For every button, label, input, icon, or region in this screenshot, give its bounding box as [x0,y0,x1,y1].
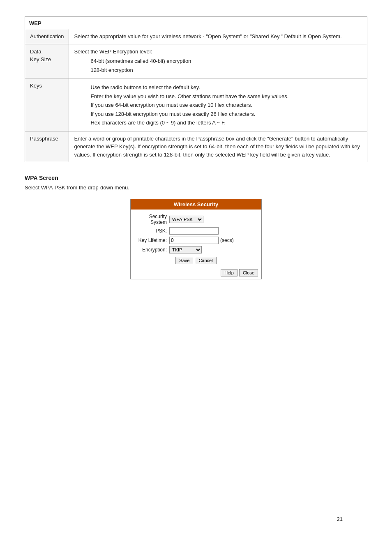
wpa-section: WPA Screen Select WPA-PSK from the drop-… [25,175,367,191]
help-close-buttons: Help Close [131,267,261,279]
keys-item-4: If you use 128-bit encryption you must u… [90,110,362,118]
help-button[interactable]: Help [221,269,238,276]
wpa-widget: Wireless Security Security System WPA-PS… [130,199,262,279]
psk-row: PSK: [136,227,256,235]
cancel-button[interactable]: Cancel [195,257,216,264]
wpa-widget-body: Security System WPA-PSK WEP WPA2-PSK PSK… [131,210,261,267]
data-keysize-content: Select the WEP Encryption level: 64-bit … [69,44,367,78]
keysize-64bit: 64-bit (sometimes called 40-bit) encrypt… [90,57,362,65]
security-system-label: Security System [136,214,169,225]
wep-table: WEP Authentication Select the appropriat… [25,16,367,162]
psk-label: PSK: [136,228,169,234]
keysize-128bit: 128-bit encryption [90,66,362,74]
table-row: DataKey Size Select the WEP Encryption l… [25,44,367,78]
psk-input[interactable] [169,227,219,235]
key-lifetime-label: Key Lifetime: [136,237,169,243]
keys-item-1: Use the radio buttons to select the defa… [90,83,362,92]
secs-label: (secs) [220,237,234,243]
keysize-intro: Select the WEP Encryption level: [74,48,362,56]
security-system-row: Security System WPA-PSK WEP WPA2-PSK [136,214,256,225]
wpa-widget-header: Wireless Security [131,199,261,210]
authentication-label: Authentication [25,29,69,44]
passphrase-content: Enter a word or group of printable chara… [69,131,367,162]
save-cancel-buttons: Save Cancel [136,257,256,264]
key-lifetime-input[interactable] [169,237,219,244]
data-keysize-label: DataKey Size [25,44,69,78]
table-row: Passphrase Enter a word or group of prin… [25,131,367,162]
key-lifetime-row: Key Lifetime: (secs) [136,237,256,244]
keys-item-2: Enter the key value you wish to use. Oth… [90,92,362,101]
wep-caption: WEP [25,16,367,29]
keys-item-3: If you use 64-bit encryption you must us… [90,101,362,109]
authentication-content: Select the appropriate value for your wi… [69,29,367,44]
passphrase-label: Passphrase [25,131,69,162]
keys-label: Keys [25,78,69,131]
wpa-widget-container: Wireless Security Security System WPA-PS… [25,199,367,279]
wpa-desc: Select WPA-PSK from the drop-down menu. [25,184,367,191]
table-row: Keys Use the radio buttons to select the… [25,78,367,131]
close-button[interactable]: Close [239,269,258,276]
page-number: 21 [337,516,343,522]
security-system-select[interactable]: WPA-PSK WEP WPA2-PSK [169,216,203,223]
keys-content: Use the radio buttons to select the defa… [69,78,367,131]
keys-item-5: Hex characters are the digits (0 ~ 9) an… [90,119,362,127]
wpa-heading: WPA Screen [25,175,367,181]
encryption-label: Encryption: [136,247,169,253]
encryption-row: Encryption: TKIP AES TKIP+AES [136,246,256,253]
encryption-select[interactable]: TKIP AES TKIP+AES [169,246,202,253]
save-button[interactable]: Save [175,257,193,264]
table-row: Authentication Select the appropriate va… [25,29,367,44]
